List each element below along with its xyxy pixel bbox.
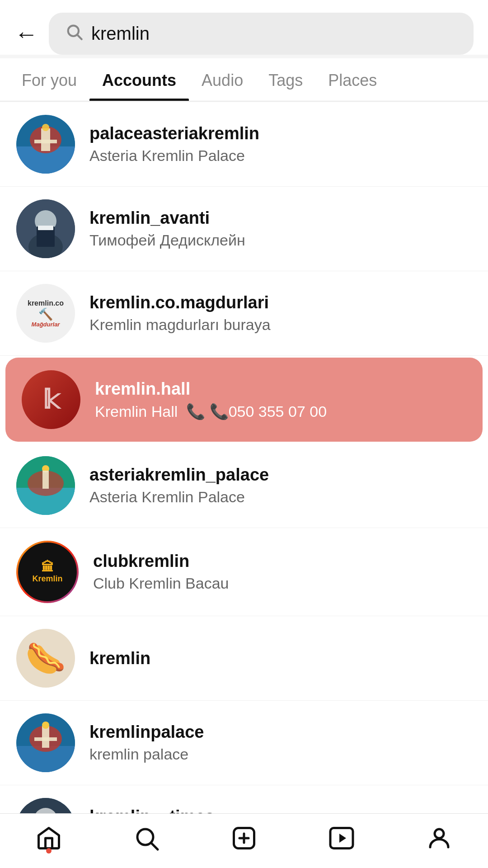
account-username: kremlin_avanti bbox=[89, 208, 245, 228]
tab-tags[interactable]: Tags bbox=[256, 58, 315, 101]
avatar bbox=[16, 713, 75, 772]
svg-rect-12 bbox=[38, 226, 53, 230]
reels-nav-button[interactable] bbox=[328, 825, 355, 852]
account-list: palaceasteriakremlin Asteria Kremlin Pal… bbox=[0, 102, 488, 868]
svg-point-37 bbox=[435, 829, 444, 838]
account-display: Asteria Kremlin Palace bbox=[89, 488, 269, 506]
account-display: Kremlin magdurları buraya bbox=[89, 316, 271, 334]
add-nav-button[interactable] bbox=[230, 825, 258, 852]
account-info: clubkremlin Club Kremlin Bacau bbox=[93, 552, 229, 592]
account-username: kremlin.hall bbox=[95, 379, 327, 399]
svg-rect-6 bbox=[34, 140, 57, 143]
account-display: kremlin palace bbox=[89, 745, 204, 763]
account-item[interactable]: 🌭 kremlin bbox=[0, 616, 488, 701]
account-display: Club Kremlin Bacau bbox=[93, 575, 229, 592]
svg-line-31 bbox=[151, 843, 158, 849]
svg-rect-22 bbox=[34, 737, 57, 741]
account-username: palaceasteriakremlin bbox=[89, 124, 259, 143]
avatar: 🌭 bbox=[16, 629, 75, 688]
svg-rect-17 bbox=[42, 471, 49, 489]
avatar: kremlin.co 🔨 Mağdurlar bbox=[16, 284, 75, 343]
account-username: asteriakremlin_palace bbox=[89, 465, 269, 485]
account-username: clubkremlin bbox=[93, 552, 229, 571]
tab-audio[interactable]: Audio bbox=[189, 58, 256, 101]
search-icon bbox=[65, 23, 83, 45]
account-username: kremlin bbox=[89, 649, 150, 668]
tab-for-you[interactable]: For you bbox=[9, 58, 89, 101]
phone-icon: 📞 bbox=[186, 403, 205, 420]
avatar bbox=[16, 115, 75, 174]
tab-accounts[interactable]: Accounts bbox=[89, 58, 189, 101]
account-info: kremlinpalace kremlin palace bbox=[89, 722, 204, 763]
account-info: asteriakremlin_palace Asteria Kremlin Pa… bbox=[89, 465, 269, 506]
account-item-highlighted[interactable]: 𝕜 kremlin.hall Kremlin Hall 📞 📞050 355 0… bbox=[5, 358, 483, 442]
account-item[interactable]: kremlin.co 🔨 Mağdurlar kremlin.co.magdur… bbox=[0, 271, 488, 356]
account-item[interactable]: asteriakremlin_palace Asteria Kremlin Pa… bbox=[0, 443, 488, 528]
account-info: palaceasteriakremlin Asteria Kremlin Pal… bbox=[89, 124, 259, 165]
svg-point-7 bbox=[42, 124, 49, 131]
search-bar[interactable]: kremlin bbox=[49, 13, 474, 55]
back-button[interactable]: ← bbox=[14, 22, 38, 46]
search-nav-button[interactable] bbox=[133, 825, 160, 852]
avatar bbox=[16, 199, 75, 258]
svg-line-1 bbox=[78, 35, 82, 39]
header: ← kremlin bbox=[0, 0, 488, 55]
avatar bbox=[16, 456, 75, 515]
account-info: kremlin bbox=[89, 649, 150, 668]
tabs: For you Accounts Audio Tags Places bbox=[0, 58, 488, 101]
account-item[interactable]: kremlinpalace kremlin palace bbox=[0, 701, 488, 785]
profile-nav-button[interactable] bbox=[426, 825, 453, 852]
search-value: kremlin bbox=[91, 24, 150, 44]
svg-marker-36 bbox=[339, 834, 346, 843]
home-nav-button[interactable] bbox=[35, 825, 62, 852]
avatar: 𝕜 bbox=[22, 370, 80, 429]
tab-places[interactable]: Places bbox=[315, 58, 389, 101]
account-info: kremlin_avanti Тимофей Дедисклейн bbox=[89, 208, 245, 249]
account-username: kremlin.co.magdurlari bbox=[89, 293, 271, 312]
account-username: kremlinpalace bbox=[89, 722, 204, 742]
account-info: kremlin.hall Kremlin Hall 📞 📞050 355 07 … bbox=[95, 379, 327, 420]
bottom-nav bbox=[0, 813, 488, 868]
account-info: kremlin.co.magdurlari Kremlin magdurları… bbox=[89, 293, 271, 334]
home-dot bbox=[46, 848, 52, 854]
account-display: Тимофей Дедисклейн bbox=[89, 231, 245, 249]
account-display: Asteria Kremlin Palace bbox=[89, 147, 259, 165]
svg-point-23 bbox=[42, 722, 49, 729]
svg-rect-21 bbox=[42, 726, 49, 748]
account-item[interactable]: 🏛 Kremlin clubkremlin Club Kremlin Bacau bbox=[0, 528, 488, 616]
account-display: Kremlin Hall 📞 📞050 355 07 00 bbox=[95, 402, 327, 420]
account-item[interactable]: kremlin_avanti Тимофей Дедисклейн bbox=[0, 187, 488, 271]
account-item[interactable]: palaceasteriakremlin Asteria Kremlin Pal… bbox=[0, 102, 488, 187]
avatar: 🏛 Kremlin bbox=[16, 541, 79, 603]
